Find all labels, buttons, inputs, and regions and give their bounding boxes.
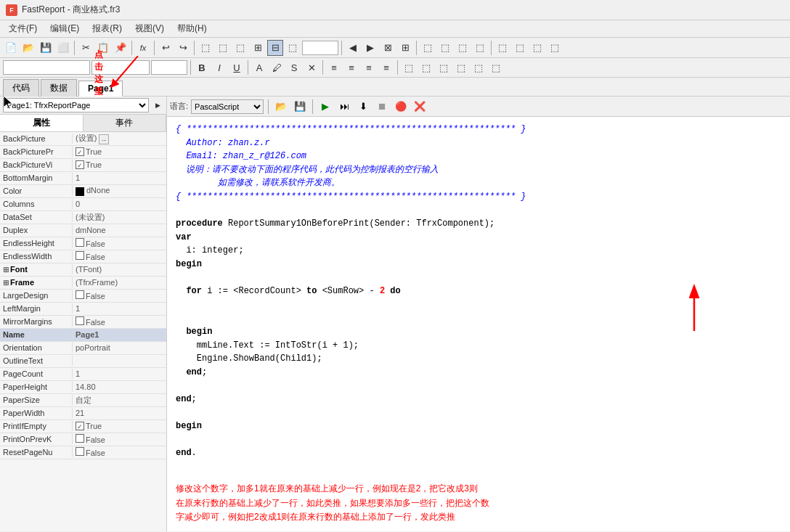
tab-data[interactable]: 数据 [41,79,77,97]
undo-btn[interactable]: ↩ [158,40,174,56]
tb-right4[interactable]: ⬚ [547,40,563,56]
backpicturevi-check[interactable] [76,160,84,169]
ruler-btn1[interactable]: ⬚ [401,60,417,75]
endlessheight-check[interactable] [76,238,84,247]
run-btn[interactable]: ▶ [317,99,333,115]
bold-btn[interactable]: B [194,60,210,75]
align-btn4[interactable]: ⊞ [397,40,413,56]
prop-largedesign: LargeDesign False [0,290,166,303]
prop-printonprevk: PrintOnPrevK False [0,433,166,446]
tb-btn6[interactable]: ⬚ [285,40,301,56]
code-line-21: begin [176,420,781,433]
backpicture-btn[interactable]: ... [99,134,109,144]
code-line-1: { **************************************… [176,123,781,136]
tb-extra3[interactable]: ⬚ [455,40,471,56]
sep3 [154,41,155,55]
lang-select[interactable]: PascalScript [191,99,264,114]
font-color-btn[interactable]: A [251,60,267,75]
ruler-btn3[interactable]: ⬚ [436,60,452,75]
largedesign-check[interactable] [76,290,84,299]
save-script-btn[interactable]: 💾 [292,99,308,115]
code-line-18 [176,379,781,393]
code-line-9: var [176,231,781,245]
page-selector-dropdown[interactable]: Page1: TfrxReportPage [3,98,149,112]
ruler-btn2[interactable]: ⬚ [418,60,434,75]
align-left-btn[interactable]: ≡ [326,60,342,75]
tb-btn1[interactable]: ⬚ [198,40,213,56]
ruler-btn5[interactable]: ⬚ [471,60,486,75]
delete-breakpoint-btn[interactable]: ❌ [412,99,428,115]
tb-extra2[interactable]: ⬚ [437,40,453,56]
align-right-btn[interactable]: ≡ [361,60,377,75]
align-btn3[interactable]: ⊠ [380,40,396,56]
tb-right1[interactable]: ⬚ [494,40,510,56]
italic-btn[interactable]: I [211,60,227,75]
font-name-input[interactable] [3,60,90,75]
prop-outlinetext: OutlineText [0,355,166,368]
save-button[interactable]: 💾 [38,40,54,56]
script-sep2 [312,99,313,114]
resetpagenu-check[interactable] [76,447,84,456]
align-center-btn[interactable]: ≡ [343,60,359,75]
sep10 [322,60,323,75]
tb-btn3[interactable]: ⬚ [232,40,248,56]
tabs-row: 点击这里 代码 数据 Page1 [0,78,790,97]
code-line-19: end; [176,393,781,406]
menu-file[interactable]: 文件(F) [3,21,43,36]
left-tab-props[interactable]: 属性 [0,115,84,131]
menu-edit[interactable]: 编辑(E) [44,21,85,36]
step-into-btn[interactable]: ⬇ [355,99,371,115]
bg-color-btn[interactable]: 🖊 [269,60,285,75]
justify-btn[interactable]: ≡ [378,60,394,75]
open-button[interactable]: 📂 [20,40,36,56]
ruler-btn4[interactable]: ⬚ [453,60,469,75]
prop-resetpagenu: ResetPageNu False [0,446,166,459]
printifempty-check[interactable] [76,422,84,430]
cut-button[interactable]: ✂ [78,40,94,56]
menu-report[interactable]: 报表(R) [86,21,128,36]
new-button[interactable]: 📄 [3,40,19,56]
tb-right2[interactable]: ⬚ [512,40,528,56]
tab-code[interactable]: 代码 [3,79,39,97]
redo-btn[interactable]: ↪ [175,40,191,56]
tb-right3[interactable]: ⬚ [529,40,545,56]
frame-expand-icon[interactable]: ⊞ [3,279,9,287]
step-over-btn[interactable]: ⏭ [336,99,352,115]
breakpoint-btn[interactable]: 🔴 [393,99,409,115]
page-navigate-btn[interactable]: ▶ [152,99,163,111]
font-expand-icon[interactable]: ⊞ [3,266,9,274]
text-effect2-btn[interactable]: ✕ [304,60,319,75]
sep4 [194,41,195,55]
ruler-btn6[interactable]: ⬚ [488,60,504,75]
prop-printifempty: PrintIfEmpty True [0,420,166,433]
formula-btn[interactable]: fx [135,40,151,56]
tb-btn2[interactable]: ⬚ [215,40,231,56]
zoom-input[interactable] [302,41,338,55]
align-btn2[interactable]: ▶ [362,40,378,56]
code-area[interactable]: { **************************************… [167,117,790,531]
tb-btn5[interactable]: ⊟ [267,40,283,56]
tb-extra1[interactable]: ⬚ [420,40,436,56]
code-line-22 [176,433,781,447]
paste-button[interactable]: 📌 [113,40,129,56]
menu-help[interactable]: 帮助(H) [171,21,213,36]
open-script-btn[interactable]: 📂 [273,99,289,115]
printonprevk-check[interactable] [76,434,84,443]
stop-btn[interactable]: ⏹ [374,99,390,115]
code-line-4: 说明：请不要改动下面的程序代码，此代码为控制报表的空行输入 [176,163,781,177]
sep5 [341,41,342,55]
tb-extra4[interactable]: ⬚ [472,40,488,56]
endlesswidth-check[interactable] [76,251,84,260]
align-btn1[interactable]: ◀ [345,40,361,56]
toolbar-btn4[interactable]: ⬜ [55,40,71,56]
text-effect-btn[interactable]: S [286,60,302,75]
sep6 [416,41,417,55]
backpicturepr-check[interactable] [76,147,84,156]
mirrormargins-check[interactable] [76,316,84,325]
underline-btn[interactable]: U [229,60,245,75]
code-line-10: i: integer; [176,244,781,258]
left-tab-events[interactable]: 事件 [84,115,167,131]
annotation-text-3: 字减少即可，例如把2改成1则在原来行数的基础上添加了一行，发此类推 [176,510,781,524]
tb-btn4[interactable]: ⊞ [250,40,266,56]
menu-view[interactable]: 视图(V) [129,21,170,36]
